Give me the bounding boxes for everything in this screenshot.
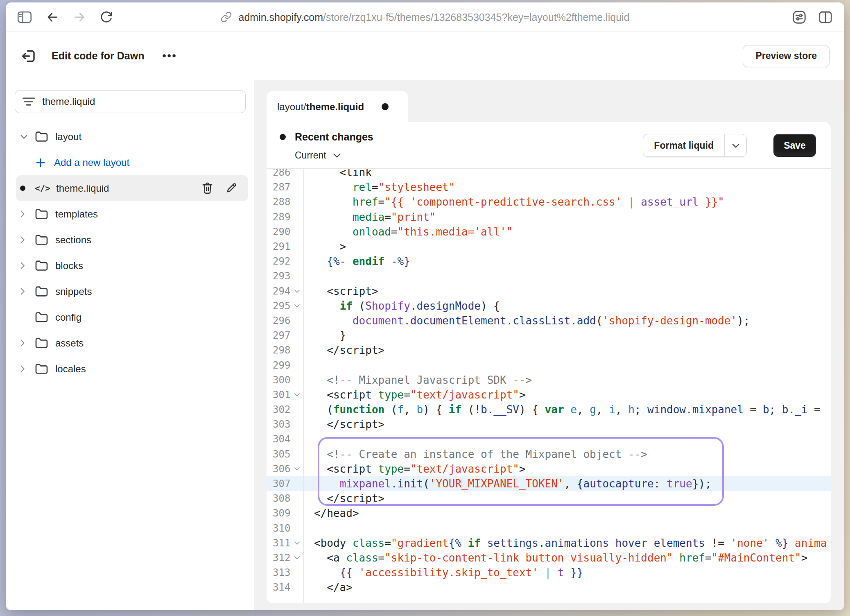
chevron-right-icon[interactable] — [20, 288, 35, 295]
line-number-290[interactable]: 290 — [267, 224, 303, 239]
code-line-298[interactable]: </script> — [304, 343, 831, 358]
code-line-295[interactable]: if (Shopify.designMode) { — [304, 299, 831, 313]
version-selector[interactable]: Current — [295, 150, 341, 161]
code-line-296[interactable]: document.documentElement.classList.add('… — [304, 313, 831, 328]
line-number-313[interactable]: 313 — [267, 565, 303, 580]
line-number-293[interactable]: 293 — [267, 269, 303, 283]
back-icon[interactable] — [46, 11, 59, 24]
line-number-304[interactable]: 304 — [267, 432, 303, 446]
code-line-302[interactable]: (function (f, b) { if (!b.__SV) { var e,… — [304, 402, 831, 417]
line-number-308[interactable]: 308 — [267, 491, 303, 506]
line-number-312[interactable]: 312 — [267, 550, 303, 565]
delete-file-icon[interactable] — [201, 182, 213, 195]
format-liquid-button[interactable]: Format liquid — [643, 134, 747, 157]
line-number-310[interactable]: 310 — [267, 521, 303, 536]
fold-chevron-icon[interactable] — [294, 304, 300, 308]
code-line-310[interactable] — [304, 521, 831, 536]
split-view-icon[interactable] — [818, 10, 833, 25]
file-search[interactable] — [15, 90, 246, 113]
code-line-311[interactable]: <body class="gradient{% if settings.anim… — [304, 536, 831, 550]
chevron-down-icon[interactable] — [20, 134, 35, 139]
line-number-311[interactable]: 311 — [267, 536, 303, 550]
line-number-303[interactable]: 303 — [267, 417, 303, 432]
code-line-309[interactable]: </head> — [304, 506, 831, 521]
sidebar-item-snippets[interactable]: snippets — [6, 279, 254, 304]
chevron-right-icon[interactable] — [20, 236, 35, 244]
code-line-306[interactable]: <script type="text/javascript"> — [304, 462, 831, 476]
line-number-299[interactable]: 299 — [267, 358, 303, 372]
line-number-288[interactable]: 288 — [267, 195, 303, 209]
code-line-293[interactable] — [304, 269, 831, 283]
page-settings-icon[interactable] — [792, 10, 807, 25]
code-line-304[interactable] — [304, 432, 831, 446]
line-number-297[interactable]: 297 — [267, 328, 303, 343]
line-number-309[interactable]: 309 — [267, 506, 303, 521]
line-number-291[interactable]: 291 — [267, 239, 303, 254]
format-options-chevron[interactable] — [724, 134, 746, 156]
code-line-292[interactable]: {%- endif -%} — [304, 254, 831, 269]
line-number-296[interactable]: 296 — [267, 313, 303, 328]
fold-chevron-icon[interactable] — [294, 289, 300, 293]
search-input[interactable] — [42, 96, 238, 107]
code-line-313[interactable]: {{ 'accessibility.skip_to_text' | t }} — [304, 565, 831, 580]
code-line-290[interactable]: onload="this.media='all'" — [304, 224, 831, 239]
line-number-307[interactable]: 307 — [267, 476, 303, 491]
tab-theme-liquid[interactable]: layout/theme.liquid — [267, 91, 408, 122]
fold-chevron-icon[interactable] — [294, 541, 300, 545]
code-line-307[interactable]: mixpanel.init('YOUR_MIXPANEL_TOKEN', {au… — [304, 476, 831, 491]
exit-editor-icon[interactable] — [20, 48, 37, 64]
line-number-294[interactable]: 294 — [267, 284, 303, 299]
code-line-308[interactable]: </script> — [304, 491, 831, 506]
forward-icon[interactable] — [73, 11, 86, 24]
sidebar-item-assets[interactable]: assets — [6, 330, 254, 356]
code-line-300[interactable]: <!-- Mixpanel Javascript SDK --> — [304, 373, 831, 387]
line-number-295[interactable]: 295 — [267, 299, 303, 313]
line-number-292[interactable]: 292 — [267, 254, 303, 269]
sidebar-toggle-icon[interactable] — [17, 11, 32, 23]
code-line-288[interactable]: href="{{ 'component-predictive-search.cs… — [304, 195, 831, 209]
code-line-287[interactable]: rel="stylesheet" — [304, 180, 831, 195]
code-line-303[interactable]: </script> — [304, 417, 831, 432]
line-number-314[interactable]: 314 — [267, 580, 303, 595]
chevron-right-icon[interactable] — [20, 210, 35, 218]
line-number-289[interactable]: 289 — [267, 210, 303, 224]
code-line-305[interactable]: <!-- Create an instance of the Mixpanel … — [304, 447, 831, 462]
code-line-294[interactable]: <script> — [304, 284, 831, 299]
save-button[interactable]: Save — [773, 134, 816, 157]
line-number-287[interactable]: 287 — [267, 180, 303, 195]
reload-icon[interactable] — [100, 11, 113, 24]
preview-store-button[interactable]: Preview store — [743, 45, 830, 67]
line-number-306[interactable]: 306 — [267, 462, 303, 476]
line-number-301[interactable]: 301 — [267, 387, 303, 402]
code-line-299[interactable] — [304, 358, 831, 372]
sidebar-item-theme-liquid[interactable]: </>theme.liquid — [16, 175, 248, 201]
line-number-298[interactable]: 298 — [267, 343, 303, 358]
code-line-314[interactable]: </a> — [304, 580, 831, 595]
sidebar-add-layout-action[interactable]: Add a new layout — [6, 149, 254, 175]
line-number-286[interactable]: 286 — [267, 169, 303, 180]
address-bar[interactable]: admin.shopify.com/store/rzq1xu-f5/themes… — [221, 11, 630, 23]
line-number-305[interactable]: 305 — [267, 447, 303, 462]
fold-chevron-icon[interactable] — [294, 393, 300, 397]
line-number-300[interactable]: 300 — [267, 373, 303, 387]
line-number-302[interactable]: 302 — [267, 402, 303, 417]
chevron-right-icon[interactable] — [20, 262, 35, 270]
sidebar-item-locales[interactable]: locales — [6, 356, 254, 382]
chevron-right-icon[interactable] — [20, 365, 35, 373]
code-line-301[interactable]: <script type="text/javascript"> — [304, 387, 831, 402]
fold-chevron-icon[interactable] — [294, 467, 300, 471]
sidebar-item-templates[interactable]: templates — [6, 201, 254, 227]
fold-chevron-icon[interactable] — [294, 556, 300, 560]
sidebar-item-layout[interactable]: layout — [6, 124, 254, 149]
code-line-312[interactable]: <a class="skip-to-content-link button vi… — [304, 550, 831, 565]
sidebar-item-blocks[interactable]: blocks — [6, 253, 254, 279]
code-line-291[interactable]: > — [304, 239, 831, 254]
sidebar-item-config[interactable]: config — [6, 304, 254, 330]
rename-file-icon[interactable] — [226, 182, 237, 195]
sidebar-item-sections[interactable]: sections — [6, 227, 254, 253]
chevron-right-icon[interactable] — [20, 339, 35, 347]
code-line-289[interactable]: media="print" — [304, 210, 831, 224]
code-line-297[interactable]: } — [304, 328, 831, 343]
code-line-286[interactable]: <link — [304, 169, 831, 180]
more-actions-button[interactable]: ••• — [162, 50, 177, 62]
